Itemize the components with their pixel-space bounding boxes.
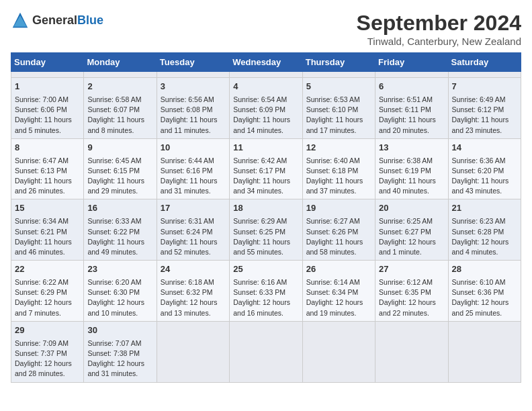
sunrise-text: Sunrise: 6:16 AM	[233, 277, 298, 287]
day-number: 27	[379, 263, 444, 276]
day-number: 28	[452, 263, 517, 276]
col-wednesday: Wednesday	[230, 53, 302, 72]
table-row: 17Sunrise: 6:31 AMSunset: 6:24 PMDayligh…	[157, 199, 229, 261]
sunrise-text: Sunrise: 6:20 AM	[87, 277, 152, 287]
sunrise-text: Sunrise: 6:10 AM	[452, 277, 517, 287]
day-number: 29	[15, 324, 80, 337]
day-number: 4	[233, 81, 298, 93]
sunset-text: Sunset: 6:21 PM	[15, 227, 80, 237]
table-row: 12Sunrise: 6:40 AMSunset: 6:18 PMDayligh…	[302, 138, 375, 199]
table-row: 13Sunrise: 6:38 AMSunset: 6:19 PMDayligh…	[375, 138, 448, 199]
table-row: 14Sunrise: 6:36 AMSunset: 6:20 PMDayligh…	[448, 138, 521, 199]
calendar-row: 8Sunrise: 6:47 AMSunset: 6:13 PMDaylight…	[11, 138, 521, 199]
table-row: 29Sunrise: 7:09 AMSunset: 7:37 PMDayligh…	[11, 321, 84, 382]
sunset-text: Sunset: 6:28 PM	[452, 227, 517, 237]
table-row	[448, 321, 521, 382]
sunrise-text: Sunrise: 6:18 AM	[161, 277, 226, 287]
sunrise-text: Sunrise: 6:12 AM	[379, 277, 444, 287]
table-row: 4Sunrise: 6:54 AMSunset: 6:09 PMDaylight…	[230, 78, 302, 139]
sunset-text: Sunset: 6:11 PM	[379, 105, 444, 115]
sunrise-text: Sunrise: 6:33 AM	[87, 216, 152, 226]
day-number: 30	[87, 324, 152, 337]
daylight-text: Daylight: 12 hours and 16 minutes.	[233, 298, 298, 318]
day-number: 25	[233, 263, 298, 276]
logo-text: GeneralBlue	[32, 13, 103, 28]
daylight-text: Daylight: 11 hours and 43 minutes.	[452, 176, 517, 196]
sunrise-text: Sunrise: 6:56 AM	[161, 95, 226, 105]
sunset-text: Sunset: 6:27 PM	[379, 227, 444, 237]
day-number: 2	[87, 81, 152, 93]
daylight-text: Daylight: 11 hours and 40 minutes.	[379, 176, 444, 196]
day-number: 22	[15, 263, 80, 276]
table-row: 30Sunrise: 7:07 AMSunset: 7:38 PMDayligh…	[84, 321, 157, 382]
table-row	[302, 72, 375, 78]
day-number: 24	[161, 263, 226, 276]
col-thursday: Thursday	[302, 53, 375, 72]
sunrise-text: Sunrise: 6:54 AM	[233, 95, 298, 105]
day-number: 10	[161, 142, 226, 154]
daylight-text: Daylight: 11 hours and 29 minutes.	[87, 176, 152, 196]
col-sunday: Sunday	[11, 53, 84, 72]
table-row: 25Sunrise: 6:16 AMSunset: 6:33 PMDayligh…	[230, 261, 302, 322]
day-number: 17	[161, 202, 226, 215]
daylight-text: Daylight: 11 hours and 31 minutes.	[161, 176, 226, 196]
day-number: 15	[15, 202, 80, 215]
daylight-text: Daylight: 11 hours and 11 minutes.	[161, 115, 226, 135]
sunrise-text: Sunrise: 6:47 AM	[15, 156, 80, 166]
day-number: 26	[306, 263, 371, 276]
daylight-text: Daylight: 11 hours and 14 minutes.	[233, 115, 298, 135]
sunrise-text: Sunrise: 6:29 AM	[233, 216, 298, 226]
sunset-text: Sunset: 6:30 PM	[87, 287, 152, 298]
sunrise-text: Sunrise: 6:42 AM	[233, 156, 298, 166]
daylight-text: Daylight: 11 hours and 20 minutes.	[379, 115, 444, 135]
table-row: 8Sunrise: 6:47 AMSunset: 6:13 PMDaylight…	[11, 138, 84, 199]
table-row: 23Sunrise: 6:20 AMSunset: 6:30 PMDayligh…	[84, 261, 157, 322]
table-row	[302, 321, 375, 382]
sunset-text: Sunset: 6:22 PM	[87, 227, 152, 237]
table-row: 21Sunrise: 6:23 AMSunset: 6:28 PMDayligh…	[448, 199, 521, 261]
table-row: 27Sunrise: 6:12 AMSunset: 6:35 PMDayligh…	[375, 261, 448, 322]
col-saturday: Saturday	[448, 53, 521, 72]
calendar-location: Tinwald, Canterbury, New Zealand	[357, 36, 521, 47]
day-number: 19	[306, 202, 371, 215]
sunrise-text: Sunrise: 6:58 AM	[87, 95, 152, 105]
calendar-title: September 2024	[357, 11, 521, 36]
table-row	[230, 72, 302, 78]
table-row: 9Sunrise: 6:45 AMSunset: 6:15 PMDaylight…	[84, 138, 157, 199]
table-row	[84, 72, 157, 78]
table-row	[157, 321, 229, 382]
table-row: 10Sunrise: 6:44 AMSunset: 6:16 PMDayligh…	[157, 138, 229, 199]
day-number: 8	[15, 142, 80, 154]
sunrise-text: Sunrise: 6:36 AM	[452, 156, 517, 166]
sunset-text: Sunset: 6:15 PM	[87, 166, 152, 176]
table-row: 26Sunrise: 6:14 AMSunset: 6:34 PMDayligh…	[302, 261, 375, 322]
daylight-text: Daylight: 12 hours and 31 minutes.	[87, 359, 152, 379]
sunrise-text: Sunrise: 6:34 AM	[15, 216, 80, 226]
sunset-text: Sunset: 7:38 PM	[87, 349, 152, 359]
day-number: 12	[306, 142, 371, 154]
daylight-text: Daylight: 11 hours and 52 minutes.	[161, 237, 226, 257]
logo-blue: Blue	[77, 13, 103, 27]
daylight-text: Daylight: 12 hours and 7 minutes.	[15, 298, 80, 318]
daylight-text: Daylight: 11 hours and 55 minutes.	[233, 237, 298, 257]
sunrise-text: Sunrise: 6:25 AM	[379, 216, 444, 226]
sunset-text: Sunset: 6:10 PM	[306, 105, 371, 115]
day-number: 21	[452, 202, 517, 215]
sunset-text: Sunset: 6:24 PM	[161, 227, 226, 237]
col-monday: Monday	[84, 53, 157, 72]
daylight-text: Daylight: 12 hours and 1 minute.	[379, 237, 444, 257]
table-row: 6Sunrise: 6:51 AMSunset: 6:11 PMDaylight…	[375, 78, 448, 139]
daylight-text: Daylight: 12 hours and 22 minutes.	[379, 298, 444, 318]
sunset-text: Sunset: 6:26 PM	[306, 227, 371, 237]
daylight-text: Daylight: 11 hours and 37 minutes.	[306, 176, 371, 196]
sunset-text: Sunset: 6:13 PM	[15, 166, 80, 176]
col-tuesday: Tuesday	[157, 53, 229, 72]
table-row: 18Sunrise: 6:29 AMSunset: 6:25 PMDayligh…	[230, 199, 302, 261]
table-row: 24Sunrise: 6:18 AMSunset: 6:32 PMDayligh…	[157, 261, 229, 322]
sunset-text: Sunset: 6:08 PM	[161, 105, 226, 115]
daylight-text: Daylight: 11 hours and 49 minutes.	[87, 237, 152, 257]
sunrise-text: Sunrise: 7:00 AM	[15, 95, 80, 105]
page-header: GeneralBlue September 2024 Tinwald, Cant…	[11, 11, 521, 47]
day-number: 6	[379, 81, 444, 93]
daylight-text: Daylight: 11 hours and 58 minutes.	[306, 237, 371, 257]
